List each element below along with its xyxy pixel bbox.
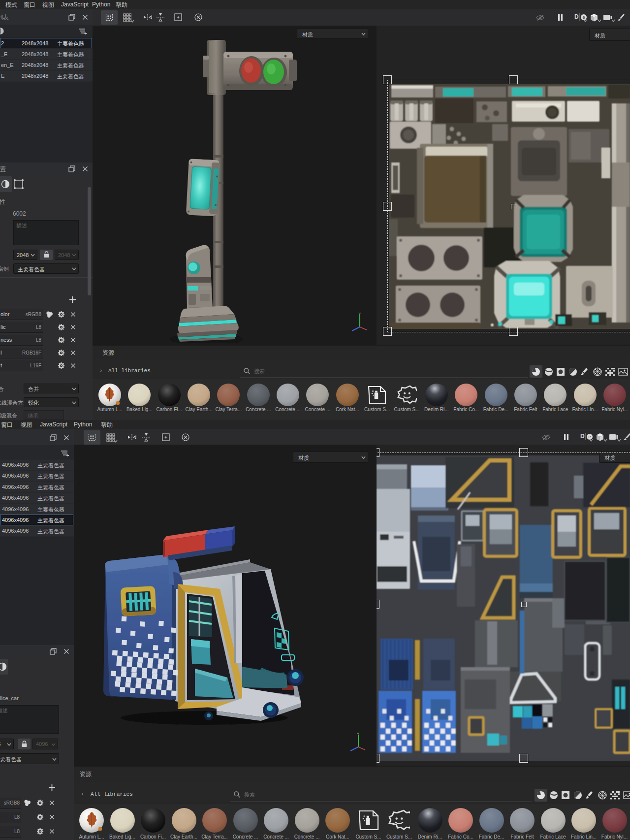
svg-text:D: D: [580, 433, 585, 440]
svg-text:Y: Y: [357, 732, 360, 736]
svg-text:Y: Y: [358, 312, 361, 316]
svg-text:D: D: [574, 13, 579, 20]
